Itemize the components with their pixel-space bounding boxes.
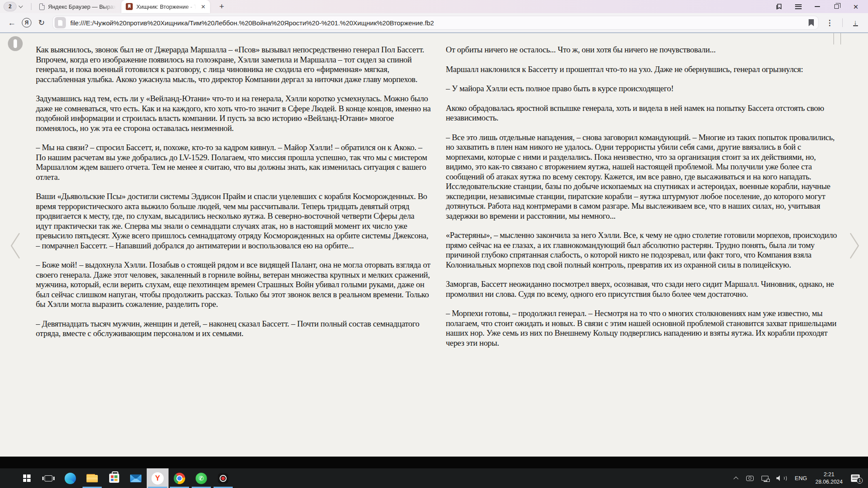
kebab-menu-icon: ⋮ xyxy=(826,18,834,27)
close-window-button[interactable]: ✕ xyxy=(846,0,865,13)
windows-logo-icon xyxy=(23,474,31,482)
address-bar: ← Я ↻ file:///E:/Чужой%20против%20Хищник… xyxy=(0,13,868,32)
restore-button[interactable] xyxy=(827,0,846,13)
notification-center-button[interactable]: 1 xyxy=(847,468,864,488)
tab-bar: 2 Яндекс Браузер — Выраж Хищник: Вторжен… xyxy=(0,0,868,13)
chevron-down-icon xyxy=(19,4,23,8)
paragraph: Заморгав, Бассетт неожиданно посмотрел в… xyxy=(446,279,842,299)
screen-recorder-icon xyxy=(218,473,228,484)
reader-page: Как выяснилось, звонок был не от Джерард… xyxy=(0,33,868,457)
camera-icon xyxy=(746,476,754,481)
tray-camera-button[interactable] xyxy=(742,468,758,488)
paragraph: – Мы на связи? – спросил Бассетт, и, пох… xyxy=(36,143,432,182)
taskbar-whatsapp[interactable]: ✆ xyxy=(190,468,212,488)
tray-overflow-button[interactable] xyxy=(731,468,742,488)
tab-list-button[interactable]: 2 xyxy=(3,2,25,11)
yandex-home-button[interactable]: Я xyxy=(20,16,33,29)
language-indicator[interactable]: ENG xyxy=(791,468,811,488)
paragraph: – У майора Хэлли есть полное право быть … xyxy=(446,84,842,94)
left-text-column: Как выяснилось, звонок был не от Джерард… xyxy=(36,45,432,457)
paragraph: – Девятнадцать тысяч мужчин, женщин и де… xyxy=(36,319,432,339)
close-icon: ✕ xyxy=(853,3,859,10)
taskbar-screen-recorder[interactable] xyxy=(212,468,234,488)
task-view-icon xyxy=(45,475,52,481)
hamburger-menu-icon xyxy=(795,4,802,9)
right-text-column: От орбиты ничего не осталось... Что ж, о… xyxy=(446,45,842,457)
page-favicon-icon xyxy=(39,3,45,10)
tab-count-badge: 2 xyxy=(3,2,17,11)
url-text: file:///E:/Чужой%20против%20Хищника/Тим%… xyxy=(70,19,804,27)
downloads-button[interactable]: ↓ xyxy=(849,16,862,29)
chevron-up-icon xyxy=(734,476,738,481)
mail-icon xyxy=(130,474,141,482)
reload-button[interactable]: ↻ xyxy=(35,16,48,29)
reader-menu-button[interactable] xyxy=(8,36,23,51)
taskbar: Y ✆ ENG 2:21 28.0 xyxy=(0,468,868,488)
divider xyxy=(31,3,31,10)
notification-icon: 1 xyxy=(851,474,860,482)
yandex-logo-icon: Я xyxy=(22,18,31,27)
paragraph: – Все это лишь отдельные нападения, – сн… xyxy=(446,133,842,221)
paragraph: Ваши «Дьявольские Псы» достигли системы … xyxy=(36,192,432,251)
tray-volume-button[interactable] xyxy=(772,468,791,488)
microsoft-store-icon xyxy=(109,474,119,483)
speaker-icon xyxy=(776,475,787,481)
screen: 2 Яндекс Браузер — Выраж Хищник: Вторжен… xyxy=(0,0,868,488)
date: 28.06.2024 xyxy=(815,478,843,486)
whatsapp-icon: ✆ xyxy=(196,473,207,484)
start-button[interactable] xyxy=(16,468,38,488)
clock[interactable]: 2:21 28.06.2024 xyxy=(811,468,847,488)
browser-menu-button[interactable] xyxy=(789,0,808,13)
next-page-arrow[interactable] xyxy=(849,232,860,260)
system-tray: ENG 2:21 28.06.2024 1 xyxy=(731,468,868,488)
taskbar-mail[interactable] xyxy=(125,468,147,488)
notification-badge: 1 xyxy=(857,478,863,484)
download-icon: ↓ xyxy=(854,19,857,25)
chrome-icon xyxy=(174,473,185,484)
new-tab-button[interactable]: + xyxy=(216,1,227,12)
bookmarks-panel-icon xyxy=(775,3,782,10)
taskbar-yandex-browser[interactable]: Y xyxy=(147,468,169,488)
paragraph: Акоко обрадовалась яростной вспышке гене… xyxy=(446,103,842,123)
previous-page-arrow[interactable] xyxy=(10,232,21,260)
paragraph: Маршалл наклонился к Бассетту и прошепта… xyxy=(446,65,842,75)
url-input[interactable]: file:///E:/Чужой%20против%20Хищника/Тим%… xyxy=(52,16,819,30)
page-bottom-strip xyxy=(0,457,868,468)
taskbar-file-explorer[interactable] xyxy=(81,468,103,488)
edge-icon xyxy=(65,473,76,484)
tray-network-button[interactable] xyxy=(758,468,772,488)
paragraph: – Морпехи готовы, – продолжил генерал. –… xyxy=(446,309,842,348)
file-page-icon xyxy=(55,17,66,28)
minimize-icon xyxy=(815,6,820,7)
taskbar-microsoft-store[interactable] xyxy=(103,468,125,488)
file-explorer-icon xyxy=(86,474,98,482)
tab-title: Хищник: Вторжение - Т xyxy=(136,3,197,10)
text-columns: Как выяснилось, звонок был не от Джерард… xyxy=(0,33,868,457)
tab-title: Яндекс Браузер — Выраж xyxy=(48,3,117,10)
paragraph: Как выяснилось, звонок был не от Джерард… xyxy=(36,45,432,84)
task-view-button[interactable] xyxy=(38,468,59,488)
minimize-button[interactable] xyxy=(808,0,827,13)
taskbar-edge[interactable] xyxy=(59,468,81,488)
paragraph: Задумавшись над тем, есть ли у «Вейланд-… xyxy=(36,94,432,133)
extensions-more-button[interactable]: ⋮ xyxy=(823,16,836,29)
fb2-book-favicon-icon xyxy=(126,3,133,10)
paragraph: – Боже мой! – выдохнула Хэлли. Позабыв о… xyxy=(36,260,432,309)
restore-icon xyxy=(834,4,839,9)
tab-home[interactable]: Яндекс Браузер — Выраж xyxy=(35,0,121,13)
tab-book[interactable]: Хищник: Вторжение - Т ✕ xyxy=(121,0,210,13)
bookmark-icon[interactable] xyxy=(809,19,814,26)
network-icon xyxy=(761,476,768,481)
side-panel-button[interactable] xyxy=(769,0,789,13)
divider xyxy=(842,18,843,27)
yandex-browser-icon: Y xyxy=(152,472,164,485)
paragraph: «Растеряны», – мысленно закончила за нег… xyxy=(446,230,842,270)
paragraph: От орбиты ничего не осталось... Что ж, о… xyxy=(446,45,842,55)
back-button[interactable]: ← xyxy=(5,16,18,29)
close-tab-icon[interactable]: ✕ xyxy=(201,3,206,10)
taskbar-chrome[interactable] xyxy=(169,468,190,488)
time: 2:21 xyxy=(815,471,843,478)
